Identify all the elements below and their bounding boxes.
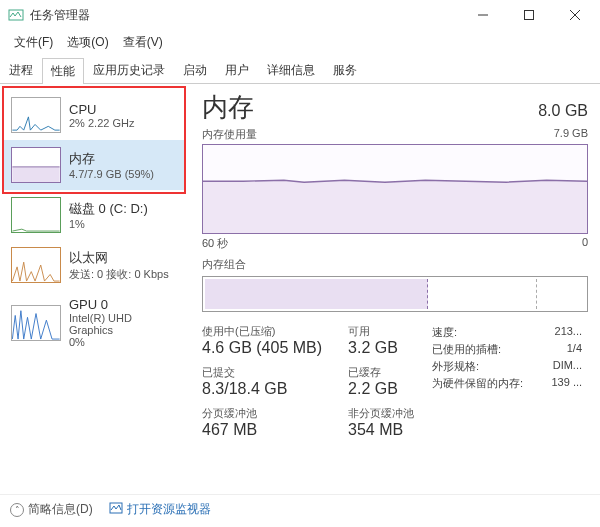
spec-slots: 已使用的插槽:1/4 — [432, 341, 582, 358]
app-icon — [8, 7, 24, 23]
tab-details[interactable]: 详细信息 — [258, 57, 324, 83]
performance-sidebar: CPU 2% 2.22 GHz 内存 4.7/7.9 GB (59%) 磁盘 0… — [0, 84, 190, 494]
tab-performance[interactable]: 性能 — [42, 58, 84, 84]
sidebar-item-memory[interactable]: 内存 4.7/7.9 GB (59%) — [4, 140, 186, 190]
resmon-icon — [109, 501, 123, 518]
close-button[interactable] — [552, 0, 598, 30]
menu-bar: 文件(F) 选项(O) 查看(V) — [0, 30, 600, 55]
menu-options[interactable]: 选项(O) — [61, 32, 114, 53]
window-title: 任务管理器 — [30, 7, 460, 24]
comp-in-use — [205, 279, 428, 309]
menu-view[interactable]: 查看(V) — [117, 32, 169, 53]
detail-title: 内存 — [202, 90, 254, 125]
svg-rect-5 — [12, 167, 59, 182]
open-resmon-link[interactable]: 打开资源监视器 — [109, 501, 211, 518]
minimize-button[interactable] — [460, 0, 506, 30]
usage-label: 内存使用量 — [202, 127, 257, 142]
sidebar-disk-title: 磁盘 0 (C: D:) — [69, 200, 148, 218]
sidebar-memory-sub: 4.7/7.9 GB (59%) — [69, 168, 154, 180]
detail-panel: 内存 8.0 GB 内存使用量 7.9 GB 60 秒 0 内存组合 使用中(已… — [190, 84, 600, 494]
memory-usage-graph[interactable] — [202, 144, 588, 234]
memory-composition-graph[interactable] — [202, 276, 588, 312]
axis-right: 0 — [582, 236, 588, 251]
svg-rect-2 — [525, 11, 534, 20]
sidebar-cpu-sub: 2% 2.22 GHz — [69, 117, 134, 129]
tab-processes[interactable]: 进程 — [0, 57, 42, 83]
sidebar-ethernet-title: 以太网 — [69, 249, 169, 267]
tab-services[interactable]: 服务 — [324, 57, 366, 83]
sidebar-item-disk[interactable]: 磁盘 0 (C: D:) 1% — [4, 190, 186, 240]
sidebar-item-ethernet[interactable]: 以太网 发送: 0 接收: 0 Kbps — [4, 240, 186, 290]
spec-form: 外形规格:DIM... — [432, 358, 582, 375]
stat-committed: 已提交 8.3/18.4 GB — [202, 365, 322, 398]
sidebar-gpu-sub1: Intel(R) UHD Graphics — [69, 312, 179, 336]
gpu-thumbnail — [11, 305, 61, 341]
tab-bar: 进程 性能 应用历史记录 启动 用户 详细信息 服务 — [0, 57, 600, 84]
stat-nonpaged: 非分页缓冲池 354 MB — [348, 406, 414, 439]
spec-reserved: 为硬件保留的内存:139 ... — [432, 375, 582, 392]
sidebar-gpu-title: GPU 0 — [69, 297, 179, 312]
menu-file[interactable]: 文件(F) — [8, 32, 59, 53]
stat-available: 可用 3.2 GB — [348, 324, 414, 357]
sidebar-item-gpu[interactable]: GPU 0 Intel(R) UHD Graphics 0% — [4, 290, 186, 355]
stat-paged: 分页缓冲池 467 MB — [202, 406, 322, 439]
usage-max: 7.9 GB — [554, 127, 588, 142]
ethernet-thumbnail — [11, 247, 61, 283]
detail-capacity: 8.0 GB — [538, 102, 588, 120]
axis-left: 60 秒 — [202, 236, 228, 251]
sidebar-gpu-sub2: 0% — [69, 336, 179, 348]
sidebar-memory-title: 内存 — [69, 150, 154, 168]
sidebar-item-cpu[interactable]: CPU 2% 2.22 GHz — [4, 90, 186, 140]
chevron-up-icon: ˄ — [10, 503, 24, 517]
memory-thumbnail — [11, 147, 61, 183]
sidebar-cpu-title: CPU — [69, 102, 134, 117]
stat-cached: 已缓存 2.2 GB — [348, 365, 414, 398]
sidebar-ethernet-sub: 发送: 0 接收: 0 Kbps — [69, 267, 169, 282]
disk-thumbnail — [11, 197, 61, 233]
comp-standby — [433, 279, 537, 309]
tab-startup[interactable]: 启动 — [174, 57, 216, 83]
tab-users[interactable]: 用户 — [216, 57, 258, 83]
composition-label: 内存组合 — [202, 257, 588, 272]
stat-in-use: 使用中(已压缩) 4.6 GB (405 MB) — [202, 324, 322, 357]
fewer-details-link[interactable]: ˄ 简略信息(D) — [10, 501, 93, 518]
maximize-button[interactable] — [506, 0, 552, 30]
spec-speed: 速度:213... — [432, 324, 582, 341]
tab-app-history[interactable]: 应用历史记录 — [84, 57, 174, 83]
cpu-thumbnail — [11, 97, 61, 133]
sidebar-disk-sub: 1% — [69, 218, 148, 230]
